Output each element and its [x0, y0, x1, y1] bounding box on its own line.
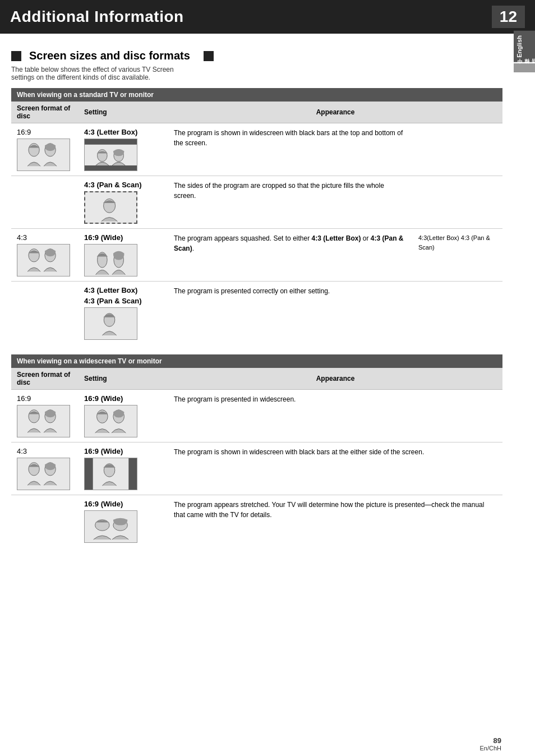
- section-icon-left: [11, 51, 21, 61]
- ws-col-setting: Setting: [79, 368, 168, 390]
- standard-tv-header: When viewing on a standard TV or monitor: [11, 88, 502, 102]
- standard-tv-header-row: When viewing on a standard TV or monitor: [11, 88, 502, 102]
- ws-disc-cell-3: [11, 495, 79, 548]
- table-row: 16:9: [11, 123, 502, 176]
- ws-col-disc: Screen format of disc: [11, 368, 79, 390]
- table-row: 4:3 (Pan & Scan) The sides of the progra…: [11, 176, 502, 229]
- svg-rect-5: [85, 165, 137, 171]
- ws-appearance-cell-2: The program is shown in widescreen with …: [168, 442, 502, 495]
- ws-appearance-text-1: The program is presented in widescreen.: [174, 394, 497, 404]
- section-title-row: Screen sizes and disc formats: [11, 49, 502, 62]
- ws-setting-label-3: 16:9 (Wide): [84, 500, 163, 508]
- svg-rect-31: [85, 511, 137, 543]
- chinese-tab[interactable]: 中韓語: [514, 63, 535, 72]
- setting-label-4b: 4:3 (Pan & Scan): [84, 297, 163, 305]
- svg-rect-18: [18, 405, 70, 437]
- appearance-text-3: The program appears squashed. Set to eit…: [174, 233, 407, 253]
- col-disc: Screen format of disc: [11, 102, 79, 123]
- table-row: 16:9 (Wide) The pro: [11, 495, 502, 548]
- disc-cell-3: 4:3: [11, 229, 79, 282]
- svg-rect-28: [85, 458, 93, 490]
- appearance-cell-2: The sides of the program are cropped so …: [168, 176, 413, 229]
- col-appearance: Appearance: [168, 102, 502, 123]
- ws-disc-label-2: 4:3: [17, 447, 73, 455]
- widescreen-tv-col-headers: Screen format of disc Setting Appearance: [11, 368, 502, 390]
- ws-setting-label-1: 16:9 (Wide): [84, 394, 163, 403]
- page-footer: 89 En/ChH: [479, 736, 501, 752]
- ws-disc-cell-1: 16:9: [11, 390, 79, 442]
- setting-label-3: 16:9 (Wide): [84, 233, 163, 242]
- section-icon-right: [204, 51, 214, 61]
- ws-appearance-text-2: The program is shown in widescreen with …: [174, 447, 497, 457]
- setting-cell-3: 16:9 (Wide): [79, 229, 168, 282]
- setting-cell-4: 4:3 (Letter Box) 4:3 (Pan & Scan): [79, 282, 168, 345]
- appearance-text-4: The program is presented correctly on ei…: [174, 286, 407, 296]
- ws-appearance-cell-3: The program appears stretched. Your TV w…: [168, 495, 502, 548]
- widescreen-tv-header: When viewing on a widescreen TV or monit…: [11, 354, 502, 368]
- setting-label-2: 4:3 (Pan & Scan): [84, 181, 163, 189]
- disc-label-3: 4:3: [17, 233, 73, 242]
- widescreen-tv-table: When viewing on a widescreen TV or monit…: [11, 354, 502, 547]
- svg-rect-29: [128, 458, 137, 490]
- disc-image-3: [17, 244, 70, 276]
- svg-rect-13: [85, 245, 137, 276]
- table-row: 16:9 16:9 (Wide): [11, 390, 502, 442]
- col-setting: Setting: [79, 102, 168, 123]
- appearance-text-2: The sides of the program are cropped so …: [174, 181, 407, 201]
- disc-cell-4: [11, 282, 79, 345]
- setting-image-4: [84, 307, 137, 340]
- disc-cell-1: 16:9: [11, 123, 79, 176]
- footer-locale: En/ChH: [479, 745, 501, 752]
- page-number: 12: [492, 6, 525, 28]
- svg-rect-10: [18, 245, 70, 276]
- standard-tv-col-headers: Screen format of disc Setting Appearance: [11, 102, 502, 123]
- ws-appearance-text-3: The program appears stretched. Your TV w…: [174, 500, 497, 520]
- section-description: The table below shows the effect of vari…: [11, 66, 191, 81]
- ws-disc-image-1: [17, 405, 70, 437]
- svg-rect-4: [85, 139, 137, 145]
- ws-setting-image-2: [84, 458, 137, 490]
- setting-image-1: [84, 139, 137, 171]
- notes-cell-1: [413, 123, 502, 176]
- page-title: Additional Information: [10, 8, 184, 26]
- ws-setting-cell-1: 16:9 (Wide): [79, 390, 168, 442]
- main-content: Screen sizes and disc formats The table …: [0, 34, 535, 569]
- svg-rect-0: [18, 139, 70, 170]
- svg-rect-24: [18, 458, 70, 490]
- setting-cell-2: 4:3 (Pan & Scan): [79, 176, 168, 229]
- appearance-cell-4: The program is presented correctly on ei…: [168, 282, 413, 345]
- setting-image-3: [84, 244, 137, 276]
- notes-cell-2: [413, 176, 502, 229]
- widescreen-tv-header-row: When viewing on a widescreen TV or monit…: [11, 354, 502, 368]
- ws-disc-cell-2: 4:3: [11, 442, 79, 495]
- footer-page-number: 89: [479, 736, 501, 745]
- table-row: 4:3 (Letter Box) 4:3 (Pan & Scan) The pr…: [11, 282, 502, 345]
- appearance-text-1: The program is shown in widescreen with …: [174, 128, 407, 148]
- ws-setting-cell-2: 16:9 (Wide): [79, 442, 168, 495]
- table-row: 4:3 16:9 (Wide): [11, 442, 502, 495]
- english-tab[interactable]: English: [514, 31, 535, 62]
- ws-disc-image-2: [17, 458, 70, 490]
- notes-cell-4: [413, 282, 502, 345]
- disc-image-1: [17, 139, 70, 171]
- table-row: 4:3 16:9 (Wide): [11, 229, 502, 282]
- setting-label-4a: 4:3 (Letter Box): [84, 286, 163, 294]
- ws-appearance-cell-1: The program is presented in widescreen.: [168, 390, 502, 442]
- setting-label-1: 4:3 (Letter Box): [84, 128, 163, 136]
- setting-image-2: [84, 191, 137, 224]
- notes-cell-3: 4:3(Letter Box) 4:3 (Pan & Scan): [413, 229, 502, 282]
- ws-setting-image-1: [84, 405, 137, 437]
- disc-cell-2: [11, 176, 79, 229]
- standard-tv-table: When viewing on a standard TV or monitor…: [11, 88, 502, 344]
- appearance-cell-1: The program is shown in widescreen with …: [168, 123, 413, 176]
- ws-setting-image-3: [84, 510, 137, 543]
- appearance-cell-3: The program appears squashed. Set to eit…: [168, 229, 413, 282]
- english-label: English: [516, 35, 523, 58]
- notes-text-3: 4:3(Letter Box) 4:3 (Pan & Scan): [418, 233, 497, 252]
- setting-cell-1: 4:3 (Letter Box): [79, 123, 168, 176]
- ws-setting-label-2: 16:9 (Wide): [84, 447, 163, 455]
- ws-col-appearance: Appearance: [168, 368, 502, 390]
- disc-label-1: 16:9: [17, 128, 73, 136]
- svg-rect-21: [85, 405, 137, 437]
- right-sidebar: English 中韓語: [514, 31, 535, 72]
